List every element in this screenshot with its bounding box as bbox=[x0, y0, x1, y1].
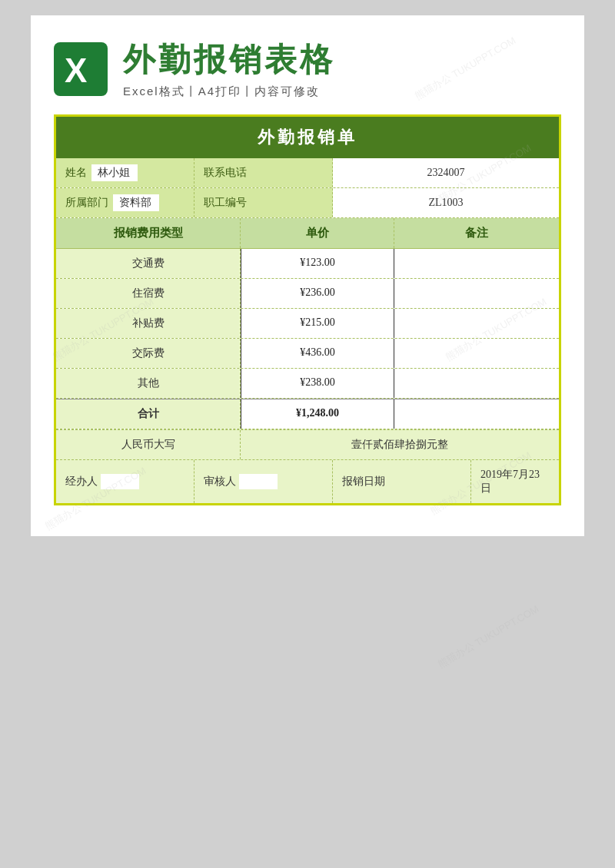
row-0-remark bbox=[394, 249, 559, 278]
handler-value bbox=[101, 474, 139, 489]
row-4-label: 其他 bbox=[56, 369, 241, 398]
name-value: 林小姐 bbox=[91, 164, 138, 181]
row-3-value: ¥436.00 bbox=[241, 339, 394, 368]
footer-row: 经办人 审核人 报销日期 2019年7月23日 bbox=[56, 460, 559, 503]
emp-no-value: ZL1003 bbox=[342, 197, 550, 209]
emp-label-cell: 职工编号 bbox=[194, 188, 333, 217]
page: 熊猫办公 TUKUPPT.COM 熊猫办公 TUKUPPT.COM 熊猫办公 T… bbox=[31, 15, 584, 536]
row-1-label: 住宿费 bbox=[56, 279, 241, 308]
total-row: 合计 ¥1,248.00 bbox=[56, 399, 559, 429]
handler-cell: 经办人 bbox=[56, 460, 194, 503]
table-header-row: 报销费用类型 单价 备注 bbox=[56, 218, 559, 249]
dept-value: 资料部 bbox=[113, 194, 159, 211]
svg-text:X: X bbox=[65, 51, 87, 89]
table-row: 住宿费 ¥236.00 bbox=[56, 279, 559, 309]
phone-label-cell: 联系电话 bbox=[194, 158, 333, 187]
row-0-label: 交通费 bbox=[56, 249, 241, 278]
sub-title: Excel格式丨A4打印丨内容可修改 bbox=[123, 84, 335, 99]
header-area: X 外勤报销表格 Excel格式丨A4打印丨内容可修改 bbox=[54, 38, 561, 107]
rmb-row: 人民币大写 壹仟贰佰肆拾捌元整 bbox=[56, 429, 559, 460]
row-3-remark bbox=[394, 339, 559, 368]
date-value-cell: 2019年7月23日 bbox=[471, 460, 559, 503]
th-type: 报销费用类型 bbox=[56, 218, 241, 248]
emp-no-label: 职工编号 bbox=[204, 196, 247, 210]
th-remark: 备注 bbox=[394, 218, 559, 248]
row-1-remark bbox=[394, 279, 559, 308]
excel-logo-icon: X bbox=[54, 42, 108, 96]
reviewer-cell: 审核人 bbox=[194, 460, 333, 503]
total-label: 合计 bbox=[56, 399, 241, 429]
total-remark bbox=[394, 399, 559, 429]
table-row: 其他 ¥238.00 bbox=[56, 369, 559, 399]
rmb-value: 壹仟贰佰肆拾捌元整 bbox=[241, 430, 559, 459]
dept-label: 所属部门 bbox=[65, 196, 108, 210]
row-4-value: ¥238.00 bbox=[241, 369, 394, 398]
total-value: ¥1,248.00 bbox=[241, 399, 394, 429]
name-label: 姓名 bbox=[65, 166, 87, 180]
row-2-remark bbox=[394, 309, 559, 338]
date-label: 报销日期 bbox=[342, 475, 385, 489]
row-3-label: 交际费 bbox=[56, 339, 241, 368]
phone-label: 联系电话 bbox=[204, 166, 247, 180]
handler-label: 经办人 bbox=[65, 475, 98, 489]
emp-value-cell: ZL1003 bbox=[333, 188, 559, 217]
table-row: 交通费 ¥123.00 bbox=[56, 249, 559, 279]
reviewer-value bbox=[239, 474, 278, 489]
th-unit-price: 单价 bbox=[241, 218, 394, 248]
main-title: 外勤报销表格 bbox=[123, 38, 335, 81]
watermark-5: 熊猫办公 TUKUPPT.COM bbox=[436, 602, 542, 671]
row-2-label: 补贴费 bbox=[56, 309, 241, 338]
phone-value-cell: 2324007 bbox=[333, 158, 559, 187]
row-0-value: ¥123.00 bbox=[241, 249, 394, 278]
form-title: 外勤报销单 bbox=[56, 117, 559, 158]
row-1-value: ¥236.00 bbox=[241, 279, 394, 308]
dept-field: 所属部门 资料部 bbox=[56, 188, 194, 217]
rmb-label: 人民币大写 bbox=[56, 430, 241, 459]
date-label-cell: 报销日期 bbox=[333, 460, 471, 503]
form-container: 外勤报销单 姓名 林小姐 联系电话 2324007 所属部门 资料部 职工编号 bbox=[54, 114, 561, 505]
info-row-name-phone: 姓名 林小姐 联系电话 2324007 bbox=[56, 158, 559, 188]
reviewer-label: 审核人 bbox=[204, 475, 236, 489]
table-row: 补贴费 ¥215.00 bbox=[56, 309, 559, 339]
date-value: 2019年7月23日 bbox=[480, 468, 550, 495]
header-text: 外勤报销表格 Excel格式丨A4打印丨内容可修改 bbox=[123, 38, 335, 99]
row-2-value: ¥215.00 bbox=[241, 309, 394, 338]
row-4-remark bbox=[394, 369, 559, 398]
phone-value: 2324007 bbox=[342, 167, 550, 179]
name-field: 姓名 林小姐 bbox=[56, 158, 194, 187]
info-row-dept-emp: 所属部门 资料部 职工编号 ZL1003 bbox=[56, 188, 559, 218]
table-row: 交际费 ¥436.00 bbox=[56, 339, 559, 369]
